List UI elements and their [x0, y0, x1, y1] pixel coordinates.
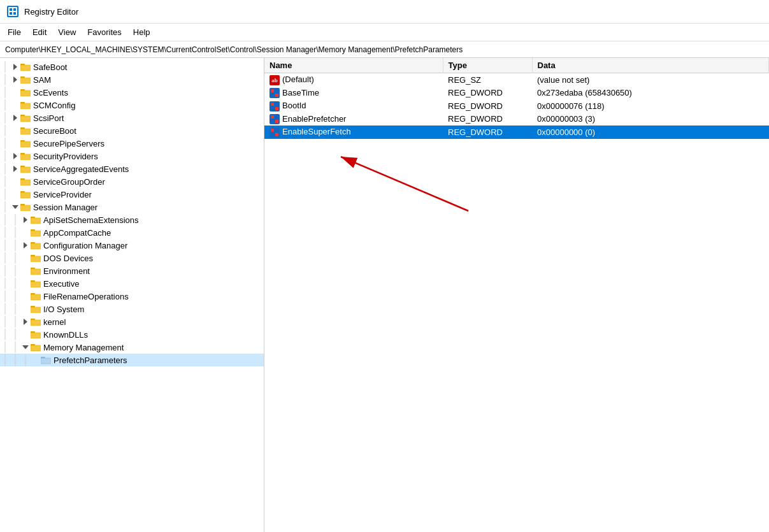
- svg-rect-102: [31, 269, 41, 275]
- tree-item-scsiport[interactable]: ScsiPort: [0, 111, 264, 124]
- tree-item-knowndlls[interactable]: KnownDLLs: [0, 328, 264, 341]
- tree-label-dosdevices: DOS Devices: [43, 254, 93, 263]
- folder-icon-serviceaggregatedevents: [20, 164, 31, 174]
- tree-label-appcompatcache: AppCompatCache: [43, 228, 111, 238]
- svg-rect-154: [275, 94, 278, 97]
- col-name[interactable]: Name: [264, 58, 443, 73]
- svg-marker-13: [13, 76, 17, 83]
- svg-rect-10: [20, 65, 31, 71]
- cell-name-bootid: BootId: [264, 99, 443, 113]
- svg-rect-127: [31, 320, 41, 326]
- title-bar: Registry Editor: [0, 0, 769, 24]
- svg-rect-42: [20, 141, 31, 147]
- expander-configurationmanager[interactable]: [20, 242, 31, 248]
- svg-rect-5: [13, 12, 16, 15]
- registry-row-enableprefetcher[interactable]: EnablePrefetcherREG_DWORD0x00000003 (3): [264, 113, 769, 126]
- tree-item-configurationmanager[interactable]: Configuration Manager: [0, 239, 264, 252]
- svg-rect-21: [20, 90, 31, 96]
- tree-item-securepipeservers[interactable]: SecurePipeServers: [0, 137, 264, 150]
- folder-icon-scsiport: [20, 113, 31, 123]
- cell-type-enableprefetcher: REG_DWORD: [443, 113, 532, 126]
- folder-icon-securepipeservers: [20, 138, 31, 148]
- tree-label-iosystem: I/O System: [43, 305, 84, 314]
- cell-name-default: ab(Default): [264, 73, 443, 87]
- svg-rect-26: [20, 103, 31, 109]
- tree-item-safeboot[interactable]: SafeBoot: [0, 61, 264, 73]
- tree-item-secureboot[interactable]: SecureBoot: [0, 124, 264, 137]
- svg-rect-59: [20, 180, 31, 185]
- tree-item-apisetschemaextensions[interactable]: ApiSetSchemaExtensions: [0, 213, 264, 226]
- folder-icon-securityproviders: [20, 151, 31, 161]
- tree-label-sam: SAM: [33, 75, 51, 85]
- svg-marker-29: [13, 115, 17, 121]
- tree-item-dosdevices[interactable]: DOS Devices: [0, 252, 264, 264]
- menu-favorites[interactable]: Favorites: [82, 25, 126, 39]
- tree-label-safeboot: SafeBoot: [33, 62, 68, 72]
- tree-item-prefetchparameters[interactable]: PrefetchParameters: [0, 354, 264, 366]
- registry-name-bootid: BootId: [282, 101, 306, 110]
- tree-label-environment: Environment: [43, 266, 90, 276]
- dword-icon: [270, 127, 280, 138]
- svg-rect-120: [31, 307, 41, 313]
- svg-rect-48: [20, 154, 31, 160]
- svg-rect-108: [31, 282, 41, 287]
- svg-rect-162: [275, 120, 278, 123]
- expander-securityproviders[interactable]: [10, 153, 20, 159]
- registry-row-default[interactable]: ab(Default)REG_SZ(value not set): [264, 73, 769, 87]
- expander-sam[interactable]: [10, 76, 20, 83]
- expander-apisetschemaextensions[interactable]: [20, 217, 31, 223]
- cell-data-enableprefetcher: 0x00000003 (3): [532, 113, 769, 126]
- expander-kernel[interactable]: [20, 319, 31, 325]
- tree-label-scsiport: ScsiPort: [33, 113, 64, 123]
- svg-rect-161: [271, 120, 274, 123]
- svg-rect-153: [271, 94, 274, 97]
- menu-help[interactable]: Help: [128, 25, 155, 39]
- registry-row-bootid[interactable]: BootIdREG_DWORD0x00000076 (118): [264, 99, 769, 113]
- dword-icon: [270, 114, 280, 124]
- tree-item-serviceaggregatedevents[interactable]: ServiceAggregatedEvents: [0, 162, 264, 175]
- menu-view[interactable]: View: [53, 25, 81, 39]
- registry-row-enablesuperfetch[interactable]: EnableSuperFetchREG_DWORD0x00000000 (0): [264, 126, 769, 139]
- tree-item-securityproviders[interactable]: SecurityProviders: [0, 150, 264, 162]
- col-data[interactable]: Data: [532, 58, 769, 73]
- svg-rect-133: [31, 333, 41, 338]
- tree-item-memorymanagement[interactable]: Memory Management: [0, 341, 264, 354]
- tree-item-serviceprovider[interactable]: ServiceProvider: [0, 188, 264, 201]
- col-type[interactable]: Type: [443, 58, 532, 73]
- folder-icon-dosdevices: [31, 253, 41, 263]
- tree-item-executive[interactable]: Executive: [0, 277, 264, 290]
- tree-item-servicegrouporder[interactable]: ServiceGroupOrder: [0, 175, 264, 188]
- cell-name-enableprefetcher: EnablePrefetcher: [264, 113, 443, 126]
- svg-rect-140: [31, 345, 41, 351]
- menu-edit[interactable]: Edit: [27, 25, 52, 39]
- menu-file[interactable]: File: [3, 25, 26, 39]
- expander-scsiport[interactable]: [10, 115, 20, 121]
- folder-icon-safeboot: [20, 62, 31, 72]
- tree-item-scmconfig[interactable]: SCMConfig: [0, 99, 264, 111]
- registry-row-basetime[interactable]: BaseTimeREG_DWORD0x273edaba (658430650): [264, 87, 769, 100]
- expander-safeboot[interactable]: [10, 64, 20, 70]
- tree-item-iosystem[interactable]: I/O System: [0, 303, 264, 315]
- expander-memorymanagement[interactable]: [20, 344, 31, 350]
- cell-name-basetime: BaseTime: [264, 87, 443, 100]
- tree-item-environment[interactable]: Environment: [0, 264, 264, 277]
- tree-panel[interactable]: SafeBoot SAM ScEvents SCMConfig ScsiPort…: [0, 58, 264, 532]
- svg-rect-3: [13, 8, 16, 11]
- svg-rect-16: [20, 78, 31, 83]
- svg-rect-77: [31, 218, 41, 224]
- dword-icon: [270, 88, 280, 98]
- tree-item-scevents[interactable]: ScEvents: [0, 86, 264, 99]
- tree-item-appcompatcache[interactable]: AppCompatCache: [0, 226, 264, 239]
- expander-serviceaggregatedevents[interactable]: [10, 166, 20, 172]
- folder-icon-knowndlls: [31, 329, 41, 340]
- svg-rect-166: [275, 133, 278, 136]
- expander-sessionmanager[interactable]: [10, 204, 20, 210]
- tree-item-kernel[interactable]: kernel: [0, 315, 264, 328]
- svg-rect-156: [275, 103, 278, 106]
- tree-item-sessionmanager[interactable]: Session Manager: [0, 201, 264, 213]
- svg-marker-124: [24, 319, 27, 325]
- tree-label-memorymanagement: Memory Management: [43, 343, 124, 352]
- tree-item-filerenameoperations[interactable]: FileRenameOperations: [0, 290, 264, 303]
- folder-icon-scevents: [20, 87, 31, 97]
- tree-item-sam[interactable]: SAM: [0, 73, 264, 86]
